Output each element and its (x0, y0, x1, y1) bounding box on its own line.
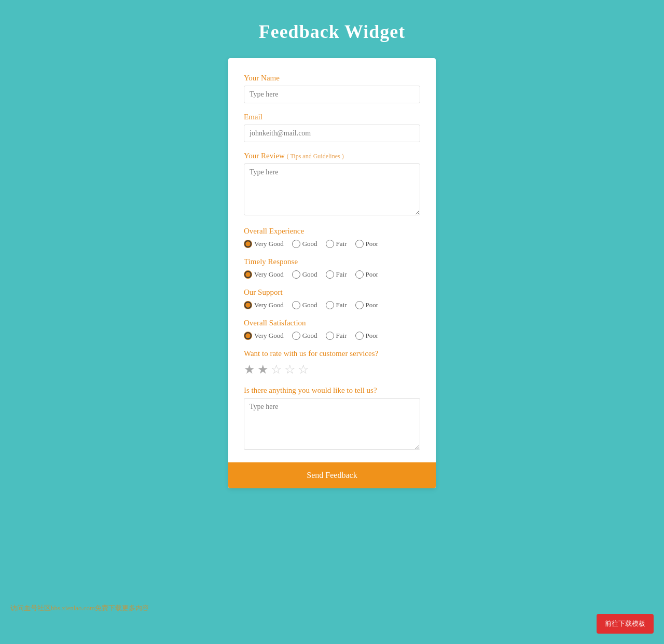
timely-poor[interactable]: Poor (355, 270, 379, 279)
tell-us-label: Is there anything you would like to tell… (244, 386, 420, 395)
overall-experience-section: Overall Experience Very Good Good Fair P… (244, 227, 420, 248)
review-label: Your Review ( Tips and Guidelines ) (244, 152, 420, 160)
page-title: Feedback Widget (259, 21, 406, 43)
review-field-group: Your Review ( Tips and Guidelines ) (244, 152, 420, 217)
satisfaction-fair[interactable]: Fair (326, 332, 347, 340)
overall-experience-label: Overall Experience (244, 227, 420, 236)
review-input[interactable] (244, 163, 420, 215)
timely-response-label: Timely Response (244, 257, 420, 266)
email-input[interactable] (244, 125, 420, 142)
overall-satisfaction-radios: Very Good Good Fair Poor (244, 332, 420, 340)
timely-response-section: Timely Response Very Good Good Fair Poor (244, 257, 420, 279)
timely-very-good[interactable]: Very Good (244, 270, 284, 279)
overall-poor[interactable]: Poor (355, 240, 379, 248)
overall-satisfaction-label: Overall Satisfaction (244, 319, 420, 327)
support-very-good[interactable]: Very Good (244, 301, 284, 309)
name-field-group: Your Name (244, 74, 420, 103)
overall-fair[interactable]: Fair (326, 240, 347, 248)
timely-good[interactable]: Good (292, 270, 317, 279)
satisfaction-good[interactable]: Good (292, 332, 317, 340)
name-input[interactable] (244, 86, 420, 103)
email-field-group: Email (244, 113, 420, 142)
star-5[interactable]: ☆ (298, 362, 309, 377)
overall-very-good[interactable]: Very Good (244, 240, 284, 248)
download-template-button[interactable]: 前往下载模板 (597, 614, 654, 634)
star-rating-section: Want to rate with us for customer servic… (244, 349, 420, 377)
review-tips: ( Tips and Guidelines ) (287, 153, 344, 160)
satisfaction-poor[interactable]: Poor (355, 332, 379, 340)
star-2[interactable]: ★ (257, 362, 269, 377)
support-poor[interactable]: Poor (355, 301, 379, 309)
overall-satisfaction-section: Overall Satisfaction Very Good Good Fair… (244, 319, 420, 340)
watermark-text: 访问血号社区bbs.xienlao.com免费下载更多内容 (10, 604, 149, 613)
star-3[interactable]: ☆ (271, 362, 282, 377)
timely-fair[interactable]: Fair (326, 270, 347, 279)
star-1[interactable]: ★ (244, 362, 255, 377)
tell-us-field-group: Is there anything you would like to tell… (244, 386, 420, 452)
tell-us-input[interactable] (244, 398, 420, 450)
our-support-section: Our Support Very Good Good Fair Poor (244, 288, 420, 309)
name-label: Your Name (244, 74, 420, 83)
overall-experience-radios: Very Good Good Fair Poor (244, 240, 420, 248)
send-feedback-button[interactable]: Send Feedback (228, 462, 436, 488)
star-rating[interactable]: ★ ★ ☆ ☆ ☆ (244, 362, 420, 377)
support-good[interactable]: Good (292, 301, 317, 309)
our-support-label: Our Support (244, 288, 420, 297)
timely-response-radios: Very Good Good Fair Poor (244, 270, 420, 279)
our-support-radios: Very Good Good Fair Poor (244, 301, 420, 309)
overall-good[interactable]: Good (292, 240, 317, 248)
email-label: Email (244, 113, 420, 121)
support-fair[interactable]: Fair (326, 301, 347, 309)
satisfaction-very-good[interactable]: Very Good (244, 332, 284, 340)
star-4[interactable]: ☆ (284, 362, 296, 377)
rating-label: Want to rate with us for customer servic… (244, 349, 420, 358)
feedback-form-card: Your Name Email Your Review ( Tips and G… (228, 58, 436, 488)
